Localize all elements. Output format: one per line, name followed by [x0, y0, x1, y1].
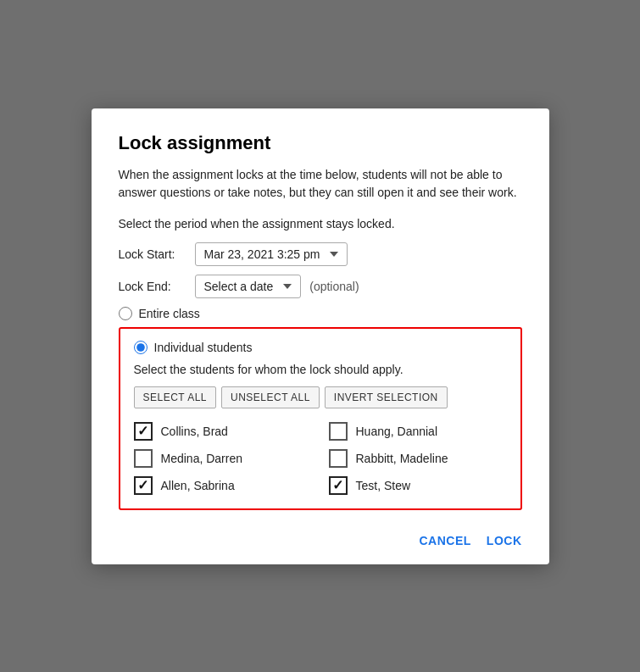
chevron-down-icon: [283, 284, 292, 289]
invert-selection-button[interactable]: INVERT SELECTION: [325, 386, 448, 408]
lock-start-dropdown[interactable]: Mar 23, 2021 3:25 pm: [195, 242, 348, 266]
lock-start-label: Lock Start:: [119, 247, 195, 261]
cancel-button[interactable]: CANCEL: [419, 534, 470, 547]
student-name: Collins, Brad: [161, 425, 228, 438]
lock-assignment-modal: Lock assignment When the assignment lock…: [92, 108, 549, 564]
student-grid: ✓ Collins, Brad ✓ Huang, Dannial ✓ Medin…: [134, 422, 507, 495]
student-name: Test, Stew: [356, 479, 411, 492]
student-checkbox[interactable]: ✓: [329, 422, 348, 441]
selection-buttons-group: SELECT ALL UNSELECT ALL INVERT SELECTION: [134, 386, 507, 408]
student-row: ✓ Medina, Darren: [134, 449, 312, 468]
modal-description: When the assignment locks at the time be…: [119, 166, 522, 202]
unselect-all-button[interactable]: UNSELECT ALL: [221, 386, 320, 408]
modal-title: Lock assignment: [119, 132, 522, 154]
student-row: ✓ Test, Stew: [329, 476, 507, 495]
optional-label: (optional): [309, 280, 359, 293]
student-name: Medina, Darren: [161, 452, 243, 465]
select-all-button[interactable]: SELECT ALL: [134, 386, 217, 408]
entire-class-radio-row: Entire class: [119, 307, 522, 320]
student-checkbox[interactable]: ✓: [329, 476, 348, 495]
lock-end-row: Lock End: Select a date (optional): [119, 275, 522, 298]
student-checkbox[interactable]: ✓: [134, 422, 153, 441]
student-name: Huang, Dannial: [356, 425, 438, 438]
student-checkbox[interactable]: ✓: [134, 449, 153, 468]
student-row: ✓ Rabbitt, Madeline: [329, 449, 507, 468]
lock-end-label: Lock End:: [119, 280, 195, 293]
select-students-prompt: Select the students for whom the lock sh…: [134, 363, 507, 376]
individual-students-label[interactable]: Individual students: [154, 341, 253, 354]
modal-footer: CANCEL LOCK: [119, 527, 522, 547]
student-name: Rabbitt, Madeline: [356, 452, 448, 465]
student-checkbox[interactable]: ✓: [134, 476, 153, 495]
individual-students-radio-row: Individual students: [134, 341, 507, 354]
chevron-down-icon: [330, 252, 338, 257]
modal-subtext: Select the period when the assignment st…: [119, 217, 522, 230]
student-row: ✓ Huang, Dannial: [329, 422, 507, 441]
radio-group: Entire class: [119, 307, 522, 320]
lock-button[interactable]: LOCK: [487, 534, 522, 547]
entire-class-radio[interactable]: [119, 307, 132, 320]
lock-start-row: Lock Start: Mar 23, 2021 3:25 pm: [119, 242, 522, 266]
individual-students-section: Individual students Select the students …: [119, 327, 522, 510]
student-checkbox[interactable]: ✓: [329, 449, 348, 468]
lock-start-value: Mar 23, 2021 3:25 pm: [204, 247, 320, 261]
lock-end-value: Select a date: [204, 280, 274, 293]
individual-students-radio[interactable]: [134, 341, 147, 354]
entire-class-label[interactable]: Entire class: [139, 307, 200, 320]
student-name: Allen, Sabrina: [161, 479, 235, 492]
student-row: ✓ Collins, Brad: [134, 422, 312, 441]
student-row: ✓ Allen, Sabrina: [134, 476, 312, 495]
lock-end-dropdown[interactable]: Select a date: [195, 275, 302, 298]
